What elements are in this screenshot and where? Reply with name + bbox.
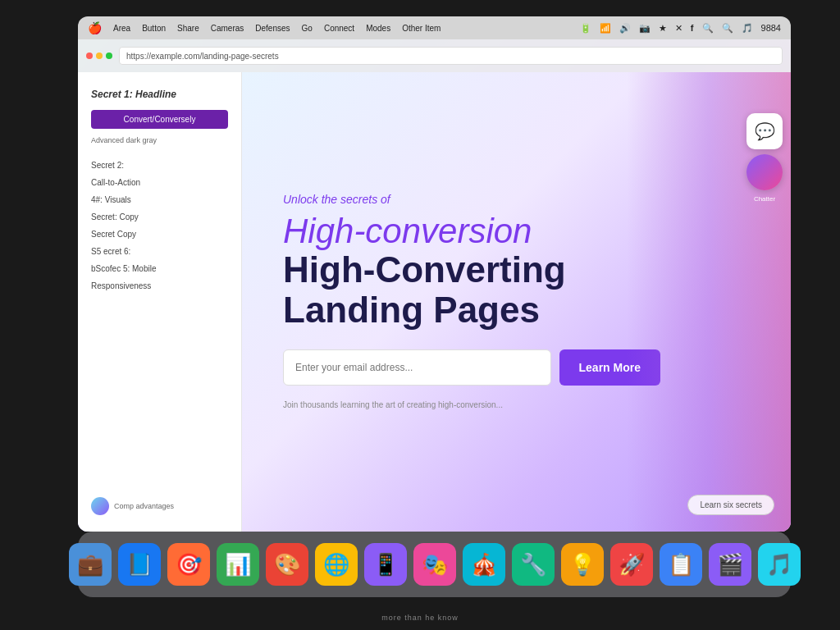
menubar: 🍎 Area Button Share Cameras Defenses Go … xyxy=(78,16,791,39)
dock-icon-15[interactable]: 🎵 xyxy=(758,543,801,586)
sidebar-title: Secret 1: Headline xyxy=(91,89,228,100)
battery-icon: 🔋 xyxy=(580,23,591,34)
dock-icon-1[interactable]: 💼 xyxy=(69,543,112,586)
sidebar-footer: Comp advantages xyxy=(91,497,174,515)
menu-go[interactable]: Go xyxy=(302,24,313,33)
dock-icon-6[interactable]: 🌐 xyxy=(315,543,358,586)
url-text: https://example.com/landing-page-secrets xyxy=(126,52,279,61)
dock: 💼 📘 🎯 📊 🎨 🌐 📱 🎭 🎪 🔧 💡 🚀 📋 🎬 🎵 xyxy=(78,532,791,597)
menu-defenses[interactable]: Defenses xyxy=(255,24,290,33)
hero-note: Join thousands learning the art of creat… xyxy=(283,399,660,411)
sidebar-avatar xyxy=(91,497,109,515)
sidebar-item-mobile[interactable]: bScofec 5: Mobile xyxy=(91,262,228,275)
sidebar-subtitle: Advanced dark gray xyxy=(91,135,228,146)
dock-icon-10[interactable]: 🔧 xyxy=(512,543,555,586)
volume-icon: 🔊 xyxy=(619,23,631,34)
sidebar-item-secret6[interactable]: S5 ecret 6: xyxy=(91,245,228,258)
menu-other[interactable]: Other Item xyxy=(402,24,441,33)
webpage: Secret 1: Headline Convert/Conversely Ad… xyxy=(78,72,791,532)
dock-icon-14[interactable]: 🎬 xyxy=(709,543,751,586)
sidebar-item-cta[interactable]: Call-to-Action xyxy=(91,176,228,189)
minimize-button[interactable] xyxy=(96,52,103,59)
chat-button[interactable]: 💬 xyxy=(746,113,783,149)
corner-cta-button[interactable]: Learn six secrets xyxy=(687,495,774,515)
menu-connect[interactable]: Connect xyxy=(324,24,354,33)
hero-section: Unlock the secrets of High-conversion Hi… xyxy=(242,72,791,532)
hero-title-line3: Landing Pages xyxy=(283,290,750,330)
hero-title-line1: High-conversion xyxy=(283,212,750,250)
menu-area[interactable]: Area xyxy=(113,24,130,33)
dock-icon-7[interactable]: 📱 xyxy=(364,543,407,586)
dock-icon-3[interactable]: 🎯 xyxy=(167,543,210,586)
sidebar-cta-button[interactable]: Convert/Conversely xyxy=(91,110,228,129)
menu-button[interactable]: Button xyxy=(142,24,166,33)
browser-screen: https://example.com/landing-page-secrets… xyxy=(78,39,791,532)
menu-share[interactable]: Share xyxy=(177,24,199,33)
hero-subtitle: Unlock the secrets of xyxy=(283,193,750,206)
sidebar: Secret 1: Headline Convert/Conversely Ad… xyxy=(78,72,242,532)
camera-icon: 📷 xyxy=(639,23,651,34)
sidebar-item-secret2[interactable]: Secret 2: xyxy=(91,159,228,171)
menubar-right: 🔋 📶 🔊 📷 ★ ✕ f 🔍 🔍 🎵 9884 xyxy=(580,23,781,34)
star-icon: ★ xyxy=(659,23,667,34)
fullscreen-button[interactable] xyxy=(106,52,112,59)
menu-modes[interactable]: Modes xyxy=(366,24,390,33)
sidebar-item-responsive[interactable]: Responsiveness xyxy=(91,280,228,292)
chat-avatar[interactable] xyxy=(746,154,783,190)
menu-cameras[interactable]: Cameras xyxy=(211,24,244,33)
facebook-icon: f xyxy=(691,23,694,33)
close-button[interactable] xyxy=(86,52,93,59)
dock-icon-9[interactable]: 🎪 xyxy=(463,543,505,586)
dock-icon-5[interactable]: 🎨 xyxy=(266,543,308,586)
laptop-shell: 🍎 Area Button Share Cameras Defenses Go … xyxy=(0,0,840,630)
sidebar-item-visuals[interactable]: 4#: Visuals xyxy=(91,194,228,206)
dock-icon-8[interactable]: 🎭 xyxy=(413,543,456,586)
email-input[interactable] xyxy=(283,349,551,386)
sidebar-item-copy1[interactable]: Secret: Copy xyxy=(91,211,228,223)
dock-icon-4[interactable]: 📊 xyxy=(217,543,259,586)
dock-icon-12[interactable]: 🚀 xyxy=(610,543,653,586)
hero-title-line2: High-Converting xyxy=(283,250,750,290)
music-icon: 🎵 xyxy=(742,23,753,34)
keyboard-hint: more than he know xyxy=(381,614,459,622)
apple-menu[interactable]: 🍎 xyxy=(88,21,102,34)
learn-more-button[interactable]: Learn More xyxy=(559,349,660,386)
sig-label: 🔍 xyxy=(722,23,733,34)
screen-bezel: 🍎 Area Button Share Cameras Defenses Go … xyxy=(78,16,791,532)
sidebar-footer-text: Comp advantages xyxy=(114,502,174,510)
hero-form: Learn More xyxy=(283,349,660,386)
sidebar-item-copy2[interactable]: Secret Copy xyxy=(91,228,228,240)
browser-chrome: https://example.com/landing-page-secrets xyxy=(78,39,791,72)
url-bar[interactable]: https://example.com/landing-page-secrets xyxy=(119,47,783,65)
wifi-icon: 📶 xyxy=(600,23,611,34)
dock-icon-13[interactable]: 📋 xyxy=(660,543,702,586)
window-controls xyxy=(86,52,112,59)
chat-widget: 💬 Chatter xyxy=(746,113,783,203)
dock-icon-11[interactable]: 💡 xyxy=(561,543,604,586)
time-display: 9884 xyxy=(761,23,781,33)
search-icon[interactable]: 🔍 xyxy=(702,23,714,34)
chat-label: Chatter xyxy=(754,195,775,203)
close-icon: ✕ xyxy=(675,23,682,34)
dock-icon-2[interactable]: 📘 xyxy=(118,543,161,586)
chat-icon: 💬 xyxy=(755,121,775,141)
menubar-items: Area Button Share Cameras Defenses Go Co… xyxy=(113,24,441,33)
